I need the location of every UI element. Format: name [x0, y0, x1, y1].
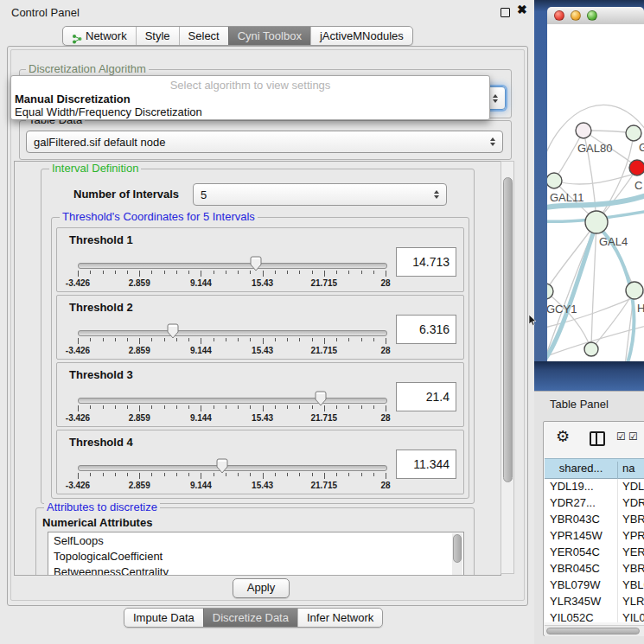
scrollbar-thumb[interactable] [503, 177, 513, 482]
network-node-c[interactable] [629, 160, 644, 175]
table-row[interactable]: YDL19...YDL1 [545, 479, 644, 495]
slider-track[interactable] [78, 330, 387, 336]
network-window-titlebar[interactable] [547, 7, 644, 25]
network-node-h[interactable] [626, 282, 643, 299]
cell-shared-name[interactable]: YDR27... [550, 496, 596, 509]
number-of-intervals-combo[interactable]: 5 [193, 183, 447, 206]
scrollbar-thumb[interactable] [546, 628, 640, 634]
tab-infer-network[interactable]: Infer Network [297, 609, 382, 627]
threshold-value-field[interactable]: 21.4 [396, 382, 456, 411]
cell-shared-name[interactable]: YBL079W [550, 578, 601, 591]
network-canvas[interactable]: GAL80GACGAL11GAL4GCY1HHAP2 [547, 24, 644, 363]
tab-select[interactable]: Select [179, 27, 228, 45]
node-label: GAL80 [577, 142, 612, 155]
settings-vertical-scrollbar[interactable] [501, 161, 514, 574]
scrollbar-thumb[interactable] [453, 534, 462, 563]
table-row[interactable]: YBR043CYBR0 [545, 512, 644, 528]
table-data-combo[interactable]: galFiltered.sif default node [26, 131, 503, 153]
network-node-gal4[interactable] [585, 211, 608, 233]
checkbox-icon[interactable]: ☑ [616, 430, 626, 443]
tab-impute-data[interactable]: Impute Data [124, 609, 203, 627]
checkbox-icon[interactable]: ☑ [628, 430, 638, 443]
algorithm-option-2[interactable]: Equal Width/Frequency Discretization [15, 105, 486, 118]
network-node-hap2[interactable] [584, 342, 598, 356]
slider-track[interactable] [78, 398, 387, 404]
cell-shared-name[interactable]: YPR145W [550, 529, 603, 542]
table-data-combo-value: galFiltered.sif default node [34, 136, 490, 149]
cell-shared-name[interactable]: YLR345W [550, 595, 601, 608]
slider-handle[interactable] [314, 391, 328, 406]
cell-shared-name[interactable]: YDL19... [550, 480, 594, 493]
float-window-icon[interactable] [501, 8, 510, 17]
close-traffic-light-icon[interactable] [554, 10, 564, 21]
attribute-list-item[interactable]: TopologicalCoefficient [54, 550, 163, 565]
tab-cyni-toolbox[interactable]: Cyni Toolbox [228, 27, 310, 45]
cell-name[interactable]: YBR0 [622, 513, 644, 526]
tick-mark [151, 405, 152, 409]
tab-style[interactable]: Style [136, 27, 179, 45]
tick-mark [361, 338, 362, 341]
cell-name[interactable]: YIL0 [622, 611, 644, 622]
tick-mark [151, 473, 152, 476]
table-row[interactable]: YBL079WYBL0 [545, 577, 644, 594]
tick-mark [336, 405, 337, 409]
close-icon[interactable]: ✖ [517, 3, 527, 16]
cell-name[interactable]: YBR0 [622, 562, 644, 575]
split-columns-icon[interactable] [590, 431, 605, 446]
cell-shared-name[interactable]: YBR045C [550, 562, 600, 575]
cell-name[interactable]: YER0 [622, 545, 644, 558]
tick-mark [299, 338, 300, 341]
attribute-list-item[interactable]: BetweennessCentrality [54, 565, 169, 576]
zoom-traffic-light-icon[interactable] [587, 10, 597, 21]
network-node-gal80[interactable] [576, 123, 591, 138]
attributes-list-scrollbar[interactable] [452, 533, 462, 575]
tab-label: Discretize Data [213, 609, 289, 627]
tick-mark [103, 473, 104, 476]
cell-name[interactable]: YDR2 [622, 496, 644, 509]
table-row[interactable]: YLR345WYLR3 [545, 594, 644, 610]
tick-mark [336, 473, 337, 476]
cell-shared-name[interactable]: YIL052C [550, 611, 594, 622]
tick-label: -3.426 [66, 278, 90, 288]
gear-icon[interactable]: ⚙ [556, 427, 570, 446]
slider-handle[interactable] [249, 256, 263, 271]
tick-mark [127, 405, 128, 409]
cell-name[interactable]: YLR3 [622, 595, 644, 608]
algorithm-popup: Select algorithm to view settings Manual… [10, 75, 490, 120]
tab-discretize-data[interactable]: Discretize Data [203, 609, 297, 627]
tick-label: 15.43 [252, 481, 273, 490]
column-divider [617, 528, 618, 545]
column-header-shared-name[interactable]: shared... [545, 462, 618, 480]
numerical-attributes-list: SelfLoopsTopologicalCoefficientBetweenne… [48, 532, 464, 576]
minimize-traffic-light-icon[interactable] [571, 10, 581, 21]
network-node-gal11[interactable] [547, 173, 562, 188]
apply-button[interactable]: Apply [233, 578, 290, 598]
table-row[interactable]: YER054CYER0 [545, 545, 644, 561]
tab-network[interactable]: Network [63, 27, 136, 45]
slider-track[interactable] [78, 465, 387, 471]
slider-handle[interactable] [215, 458, 229, 474]
table-row[interactable]: YIL052CYIL0 [545, 610, 644, 622]
table-row[interactable]: YPR145WYPR1 [545, 528, 644, 545]
algorithm-option-1[interactable]: Manual Discretization [15, 92, 486, 105]
tick-mark [164, 473, 165, 476]
interval-definition-title: Interval Definition [49, 163, 141, 174]
attribute-list-item[interactable]: SelfLoops [54, 534, 104, 550]
threshold-value-field[interactable]: 11.344 [396, 450, 456, 479]
threshold-value-field[interactable]: 14.713 [396, 247, 456, 277]
tick-mark [348, 271, 349, 274]
tab-jactivemnodules[interactable]: jActiveMNodules [310, 27, 412, 45]
slider-track[interactable] [78, 263, 387, 269]
table-row[interactable]: YDR27...YDR2 [545, 495, 644, 512]
column-header-name[interactable]: na [622, 462, 634, 475]
cell-shared-name[interactable]: YER054C [550, 545, 600, 558]
cell-shared-name[interactable]: YBR043C [550, 513, 600, 526]
slider-handle[interactable] [166, 323, 180, 339]
cell-name[interactable]: YDL1 [622, 480, 644, 493]
cell-name[interactable]: YPR1 [622, 529, 644, 542]
network-node-ga[interactable] [626, 125, 641, 141]
cell-name[interactable]: YBL0 [622, 578, 644, 591]
table-horizontal-scrollbar[interactable] [545, 625, 644, 636]
threshold-value-field[interactable]: 6.316 [396, 315, 456, 344]
table-row[interactable]: YBR045CYBR0 [545, 561, 644, 577]
